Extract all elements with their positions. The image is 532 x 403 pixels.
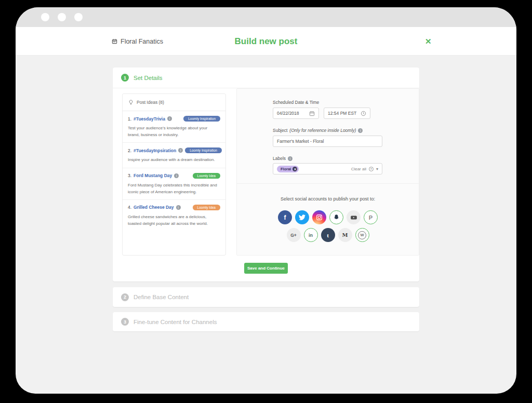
- youtube-icon[interactable]: [347, 210, 361, 224]
- post-ideas-title: Post Ideas (8): [137, 100, 164, 105]
- subject-label: Subject: [273, 128, 287, 133]
- idea-badge: Loomly Inspiration: [183, 116, 220, 122]
- idea-description: Ford Mustang Day celebrates this incredi…: [128, 182, 220, 195]
- fine-tune-content-card[interactable]: 3 Fine-tune Content for Channels: [113, 312, 419, 331]
- instagram-icon[interactable]: [312, 210, 326, 224]
- linkedin-icon[interactable]: in: [304, 228, 318, 242]
- snapchat-icon[interactable]: [329, 210, 343, 224]
- labels-input[interactable]: Floral ✕ Clear all ✕ ▾: [273, 163, 382, 174]
- chevron-down-icon[interactable]: ▾: [376, 167, 378, 171]
- window-titlebar: [16, 7, 516, 27]
- idea-number: 1.: [128, 116, 131, 122]
- idea-number: 2.: [128, 148, 131, 153]
- social-prompt: Select social accounts to publish your p…: [237, 196, 419, 202]
- step3-title: Fine-tune Content for Channels: [134, 319, 217, 325]
- idea-badge: Loomly Idea: [193, 205, 220, 210]
- idea-title-link[interactable]: Ford Mustang Day: [134, 173, 172, 178]
- twitter-icon[interactable]: [295, 210, 309, 224]
- set-details-card: 1 Set Details Post Ideas (8) 1. #Tuesday…: [113, 68, 419, 281]
- post-ideas-panel: Post Ideas (8) 1. #TuesdayTrivia i Looml…: [122, 93, 226, 256]
- modal-header: Floral Fanatics Build new post ✕: [16, 27, 516, 56]
- time-value: 12:54 PM EST: [328, 111, 356, 116]
- remove-label-icon[interactable]: ✕: [292, 167, 297, 171]
- date-input[interactable]: 04/22/2018: [273, 108, 319, 119]
- idea-description: Grilled cheese sandwiches are a deliciou…: [128, 213, 220, 227]
- clock-icon: [361, 111, 366, 116]
- idea-title-link[interactable]: Grilled Cheese Day: [134, 205, 174, 210]
- tumblr-icon[interactable]: t: [321, 228, 335, 242]
- facebook-icon[interactable]: f: [278, 210, 292, 224]
- googleplus-icon[interactable]: G+: [287, 228, 301, 242]
- step1-number-badge: 1: [121, 74, 129, 82]
- idea-badge: Loomly Inspiration: [185, 147, 222, 153]
- step1-title: Set Details: [134, 75, 163, 81]
- wordpress-logo: W: [358, 231, 366, 239]
- subject-note: (Only for reference inside Loomly): [289, 128, 356, 133]
- info-icon[interactable]: i: [174, 173, 179, 178]
- info-icon[interactable]: i: [176, 205, 181, 210]
- info-icon[interactable]: i: [167, 116, 172, 121]
- medium-icon[interactable]: M: [338, 228, 352, 242]
- youtube-play-icon: [350, 214, 357, 221]
- step2-title: Define Base Content: [134, 294, 189, 300]
- time-input[interactable]: 12:54 PM EST: [324, 108, 370, 119]
- idea-description: Test your audience's knowledge about you…: [128, 125, 220, 138]
- idea-title-link[interactable]: #TuesdayInpsiration: [134, 148, 176, 153]
- clear-all-link[interactable]: Clear all: [351, 167, 366, 171]
- post-details-panel: Scheduled Date & Time 04/22/2018 12:54 P…: [236, 88, 419, 256]
- date-value: 04/22/2018: [277, 111, 299, 116]
- schedule-label: Scheduled Date & Time: [273, 100, 382, 105]
- post-idea-item: 3. Ford Mustang Day i Loomly Idea Ford M…: [123, 168, 225, 200]
- idea-description: Inspire your audience with a dream desti…: [128, 156, 220, 163]
- labels-label: Labels: [273, 156, 286, 161]
- snapchat-ghost-icon: [333, 214, 340, 221]
- pinterest-icon[interactable]: P: [364, 210, 378, 224]
- instagram-camera-icon: [316, 214, 323, 221]
- clear-all-icon[interactable]: ✕: [369, 167, 374, 171]
- save-and-continue-button[interactable]: Save and Continue: [244, 263, 288, 274]
- idea-title-link[interactable]: #TuesdayTrivia: [134, 116, 165, 122]
- post-idea-item: 4. Grilled Cheese Day i Loomly Idea Gril…: [123, 200, 225, 231]
- social-accounts-section: Select social accounts to publish your p…: [237, 183, 419, 256]
- close-icon[interactable]: ✕: [425, 27, 432, 56]
- idea-number: 3.: [128, 173, 131, 178]
- subject-input[interactable]: Farmer's Market - Floral: [273, 136, 382, 147]
- info-icon[interactable]: i: [178, 148, 183, 153]
- schedule-subject-labels-section: Scheduled Date & Time 04/22/2018 12:54 P…: [237, 89, 419, 183]
- label-chip[interactable]: Floral ✕: [277, 166, 299, 172]
- post-ideas-header: Post Ideas (8): [123, 94, 225, 111]
- lightbulb-icon: [128, 100, 134, 105]
- wordpress-icon[interactable]: W: [355, 228, 369, 242]
- traffic-light-close[interactable]: [41, 13, 49, 21]
- browser-window: Floral Fanatics Build new post ✕ 1 Set D…: [16, 7, 516, 394]
- post-idea-item: 1. #TuesdayTrivia i Loomly Inspiration T…: [123, 111, 225, 143]
- info-icon[interactable]: i: [288, 156, 292, 161]
- idea-number: 4.: [128, 205, 131, 210]
- step1-header: 1 Set Details: [113, 68, 419, 88]
- page-title: Build new post: [16, 27, 516, 56]
- calendar-icon: [309, 111, 315, 116]
- idea-badge: Loomly Idea: [193, 173, 220, 179]
- twitter-bird-icon: [299, 214, 305, 221]
- step3-number-badge: 3: [121, 318, 129, 326]
- post-idea-item: 2. #TuesdayInpsiration i Loomly Inspirat…: [123, 143, 225, 168]
- traffic-light-maximize[interactable]: [74, 13, 83, 21]
- label-chip-text: Floral: [281, 167, 291, 171]
- subject-value: Farmer's Market - Floral: [277, 139, 324, 144]
- info-icon[interactable]: i: [358, 128, 363, 133]
- traffic-light-minimize[interactable]: [58, 13, 66, 21]
- define-base-content-card[interactable]: 2 Define Base Content: [113, 287, 419, 307]
- step2-number-badge: 2: [121, 293, 129, 301]
